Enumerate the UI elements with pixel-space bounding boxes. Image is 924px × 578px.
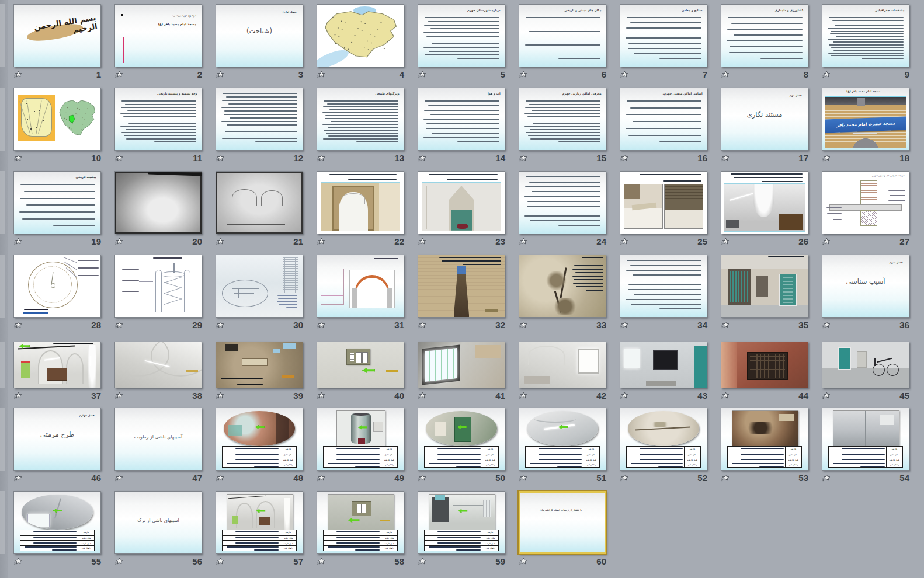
slide-thumbnail[interactable] [317,171,404,234]
slide-thumbnail[interactable] [822,342,909,388]
text-line [729,52,803,53]
slide-thumbnail[interactable]: فصل دوممستند نگاری [721,88,808,151]
slide-thumbnail[interactable] [721,171,808,234]
slide-thumbnail[interactable]: پیشینه تاریخی [13,171,101,234]
slide-thumbnail[interactable]: صنایع و معادن [620,4,707,67]
text-lines [730,459,783,461]
text-line [235,537,278,538]
text-lines [23,542,76,545]
slide-thumbnail[interactable] [13,255,101,318]
slide-thumbnail[interactable] [114,342,202,388]
slide-thumbnail[interactable]: موضوع مورد بررسی:مسجد امام محمد باقر (ع) [114,4,202,67]
slide-thumbnail[interactable]: عارضهمکان دقیقعمق عارضهراهکار فنی [13,491,101,554]
yellow-sign [186,370,198,372]
slide-thumbnail[interactable] [519,171,606,234]
slide-thumbnail[interactable]: آسیبهای ناشی از ترک [114,491,202,554]
slide-number: 38 [114,391,202,401]
clipped-thumbnail-edge [0,4,5,67]
slide-thumbnail[interactable] [317,255,404,318]
slide-thumbnail[interactable] [216,88,303,151]
rail-line [477,217,498,217]
slide-number: 60 [519,556,606,566]
slide-number: 52 [620,473,707,483]
text-lines [225,448,278,450]
table-row: عارضه [324,530,397,535]
decor [380,22,381,23]
slide-thumbnail[interactable]: معرفی اماکن زیارتی جهرم [519,88,606,151]
slide-thumbnail[interactable]: مسجد امام محمد باقر (ع)مسجد حضرت امام مح… [822,88,909,151]
text-line [336,459,379,460]
slide-thumbnail[interactable] [418,171,505,234]
text-lines [373,258,398,260]
table-label-cell: راهکار فنی [280,462,296,468]
slide-thumbnail[interactable]: کشاورزی و دامداری [721,4,808,67]
slide-thumbnail[interactable] [721,255,808,318]
text-lines [18,184,95,226]
slide-thumbnail[interactable] [216,255,303,318]
slide-thumbnail[interactable]: عارضهمکان دقیقعمق عارضهراهکار فنی [620,408,707,471]
slide-thumbnail[interactable]: مکان های دیدنی و تاریخی [519,4,606,67]
slide-thumbnail[interactable] [216,171,303,234]
slide-thumbnail[interactable]: عارضهمکان دقیقعمق عارضهراهکار فنی [317,491,404,554]
slide-thumbnail[interactable] [216,342,303,388]
slide-thumbnail[interactable]: وجه تسمیه و پیشینه تاریخی [114,88,202,151]
window [624,349,640,368]
arch-shadow [848,138,883,148]
slide-thumbnail[interactable] [317,342,404,388]
text-line [328,127,398,128]
slide-thumbnail[interactable] [620,255,707,318]
slide-thumbnail[interactable]: عارضهمکان دقیقعمق عارضهراهکار فنی [317,408,404,471]
text-line [426,123,499,124]
clipped-thumbnail-edge [0,342,5,388]
slide-thumbnail[interactable]: فصل اول :(شناخت) [216,4,303,67]
yellow-tag [386,370,398,372]
slide-thumbnail[interactable] [519,342,606,388]
slide-thumbnail[interactable]: جزییات اجرایی کف و دیوار جنوبی [822,171,909,234]
slide-thumbnail[interactable] [721,342,808,388]
slide-thumbnail[interactable]: آب و هوا [418,88,505,151]
slide-thumbnail[interactable] [13,88,101,151]
slide-thumbnail[interactable]: عارضهمکان دقیقعمق عارضهراهکار فنی [216,408,303,471]
slide-thumbnail[interactable]: اسامی اماکن مذهبی جهرم: [620,88,707,151]
slide-thumbnail[interactable]: فصل سومآسیب شناسی [822,255,909,318]
slide-thumbnail[interactable] [620,171,707,234]
slide-number: 39 [216,391,303,401]
slide-thumbnail[interactable] [519,255,606,318]
text-line [529,31,601,32]
slide-number: 31 [317,320,404,330]
slide-thumbnail[interactable]: آسیبهای ناشی از رطوبت [114,408,202,471]
slide-thumbnail[interactable]: عارضهمکان دقیقعمق عارضهراهکار فنی [418,491,505,554]
text-line [423,47,499,48]
chapter-label: فصل سوم [890,261,903,264]
slide-thumbnail[interactable]: با تشکر از زحمات استاد گرانقدرمان [519,491,606,554]
slide-thumbnail[interactable] [114,255,202,318]
slide-thumbnail[interactable]: عارضهمکان دقیقعمق عارضهراهکار فنی [822,408,909,471]
text-lines [728,173,803,182]
slide-thumbnail[interactable]: عارضهمکان دقیقعمق عارضهراهکار فنی [418,408,505,471]
slide-thumbnail[interactable] [13,342,101,388]
el-line [238,288,239,298]
slide-thumbnail[interactable]: ویژگیهای طبیعی [317,88,404,151]
slide-thumbnail[interactable]: عارضهمکان دقیقعمق عارضهراهکار فنی [721,408,808,471]
slide-thumbnail[interactable]: عارضهمکان دقیقعمق عارضهراهکار فنی [519,408,606,471]
slide-number: 51 [519,473,606,483]
slide-thumbnail[interactable] [317,4,404,67]
pillar [352,288,357,308]
text-line [634,53,701,54]
text-line [437,531,480,532]
text-line [627,260,701,261]
slide-thumbnail[interactable] [620,342,707,388]
slide-thumbnail[interactable]: درباره شهرستان جهرم [418,4,505,67]
slide-thumbnail[interactable]: بسم الله الرحمن الرحیم [13,4,101,67]
slide-thumbnail[interactable] [418,255,505,318]
slide-thumbnail[interactable] [418,342,505,388]
slide-thumbnail[interactable] [114,171,202,234]
table-row: راهکار فنی [627,462,700,468]
text-line [424,25,499,26]
slide-thumbnail[interactable]: عارضهمکان دقیقعمق عارضهراهکار فنی [216,491,303,554]
slide-thumbnail[interactable]: فصل چهارمطرح مرمتی [13,408,101,471]
text-line [53,343,93,344]
slide-thumbnail[interactable]: مشخصات جغرافیایی [822,4,909,67]
table-label-cell: عارضه [886,447,902,452]
text-line [527,116,600,117]
